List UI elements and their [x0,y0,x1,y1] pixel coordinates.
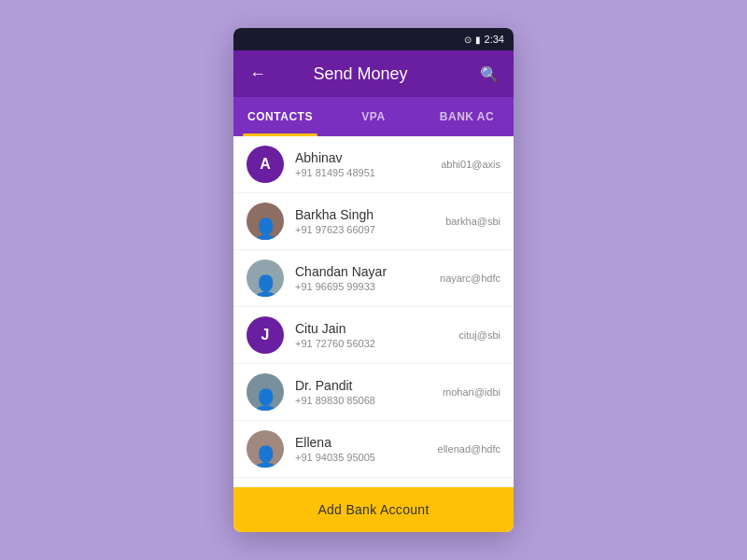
contact-phone: +91 94035 95005 [295,452,438,463]
contact-info: Abhinav +91 81495 48951 [295,150,441,178]
status-icons: ⊙ ▮ 2:34 [464,34,504,45]
tab-bar: CONTACTS VPA BANK AC [233,97,514,136]
contact-name: Dr. Pandit [295,378,443,393]
toolbar: ← Send Money 🔍 [233,50,514,97]
contact-name: Barkha Singh [295,207,445,222]
contact-info: Citu Jain +91 72760 56032 [295,321,458,349]
contact-phone: +91 96695 99933 [295,281,440,292]
search-button[interactable]: 🔍 [476,65,502,83]
list-item[interactable]: Chandan Nayar +91 96695 99933 nayarc@hdf… [233,250,514,307]
contact-info: Dr. Pandit +91 89830 85068 [295,378,443,406]
alarm-icon: ⊙ [464,35,472,45]
contact-phone: +91 81495 48951 [295,167,441,178]
contact-name: Abhinav [295,150,441,165]
contact-vpa: mohan@idbi [443,386,500,398]
contact-phone: +91 72760 56032 [295,338,458,349]
contact-name: Ellena [295,435,438,450]
contact-info: Ellena +91 94035 95005 [295,435,438,463]
contact-name: Citu Jain [295,321,458,336]
avatar: A [247,146,284,183]
tab-bank-ac[interactable]: BANK AC [420,97,514,136]
contact-info: Barkha Singh +91 97623 66097 [295,207,445,235]
contact-vpa: cituj@sbi [458,329,500,341]
battery-icon: ▮ [475,35,481,45]
list-item[interactable]: Barkha Singh +91 97623 66097 barkha@sbi [233,193,514,250]
tab-vpa[interactable]: VPA [327,97,420,136]
status-time: 2:34 [485,34,504,45]
avatar [247,373,284,411]
list-item[interactable]: J Citu Jain +91 72760 56032 cituj@sbi [233,307,514,364]
list-item[interactable]: Dr. Pandit +91 89830 85068 mohan@idbi [233,364,514,421]
contact-name: Chandan Nayar [295,264,440,279]
avatar [247,430,284,468]
avatar [247,203,284,240]
contact-phone: +91 89830 85068 [295,395,443,406]
contact-list: A Abhinav +91 81495 48951 abhi01@axis Ba… [233,136,514,487]
contact-info: Chandan Nayar +91 96695 99933 [295,264,440,292]
status-bar: ⊙ ▮ 2:34 [233,28,514,50]
add-bank-account-button[interactable]: Add Bank Account [233,487,514,532]
contact-vpa: abhi01@axis [441,159,500,170]
list-item[interactable]: A Abhinav +91 81495 48951 abhi01@axis [233,136,514,193]
contact-vpa: barkha@sbi [445,216,500,227]
tab-contacts[interactable]: CONTACTS [233,97,327,136]
avatar [247,259,284,297]
page-title: Send Money [245,64,476,84]
phone-frame: ⊙ ▮ 2:34 ← Send Money 🔍 CONTACTS VPA BAN… [233,28,514,532]
avatar: J [247,316,284,354]
list-item[interactable]: Ellena +91 94035 95005 ellenad@hdfc [233,421,514,478]
contact-vpa: ellenad@hdfc [438,443,500,455]
contact-vpa: nayarc@hdfc [440,273,500,284]
contact-phone: +91 97623 66097 [295,224,445,235]
